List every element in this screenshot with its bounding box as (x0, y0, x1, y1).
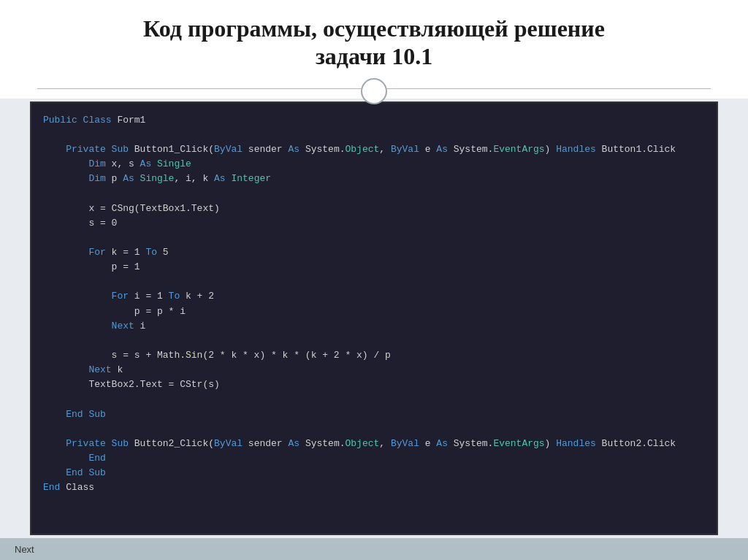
circle-connector (361, 78, 387, 104)
code-line (43, 422, 705, 437)
code-line (43, 186, 705, 201)
code-line: Dim p As Single, i, k As Integer (43, 172, 705, 186)
code-line: For k = 1 To 5 (43, 245, 705, 260)
code-line: s = s + Math.Sin(2 * k * x) * k * (k + 2… (43, 348, 705, 363)
code-line: p = 1 (43, 260, 705, 275)
code-line: For i = 1 To k + 2 (43, 289, 705, 304)
code-line: End Class (43, 480, 705, 495)
code-line: Public Class Form1 (43, 113, 705, 128)
code-line: End (43, 451, 705, 466)
code-line (43, 231, 705, 245)
title-area: Код программы, осуществляющей решение за… (0, 0, 748, 78)
title-line2: задачи 10.1 (316, 43, 432, 69)
code-line (43, 275, 705, 289)
code-line: End Sub (43, 407, 705, 422)
code-line (43, 392, 705, 407)
slide-title: Код программы, осуществляющей решение за… (44, 15, 704, 71)
divider-area (0, 78, 748, 99)
next-button[interactable]: Next (15, 544, 34, 555)
code-line (43, 128, 705, 142)
code-line: Next k (43, 363, 705, 377)
slide-container: Код программы, осуществляющей решение за… (0, 0, 748, 560)
code-line: Next i (43, 319, 705, 334)
code-line: Dim x, s As Single (43, 157, 705, 172)
title-line1: Код программы, осуществляющей решение (143, 15, 605, 42)
bottom-bar: Next (0, 538, 748, 560)
code-block: Public Class Form1 Private Sub Button1_C… (31, 103, 717, 534)
code-line: TextBox2.Text = CStr(s) (43, 377, 705, 392)
code-line: s = 0 (43, 216, 705, 231)
code-line: Private Sub Button2_Click(ByVal sender A… (43, 437, 705, 451)
code-line (43, 334, 705, 348)
code-line: x = CSng(TextBox1.Text) (43, 202, 705, 216)
code-line: End Sub (43, 466, 705, 480)
code-line: Private Sub Button1_Click(ByVal sender A… (43, 142, 705, 157)
code-line: p = p * i (43, 304, 705, 319)
